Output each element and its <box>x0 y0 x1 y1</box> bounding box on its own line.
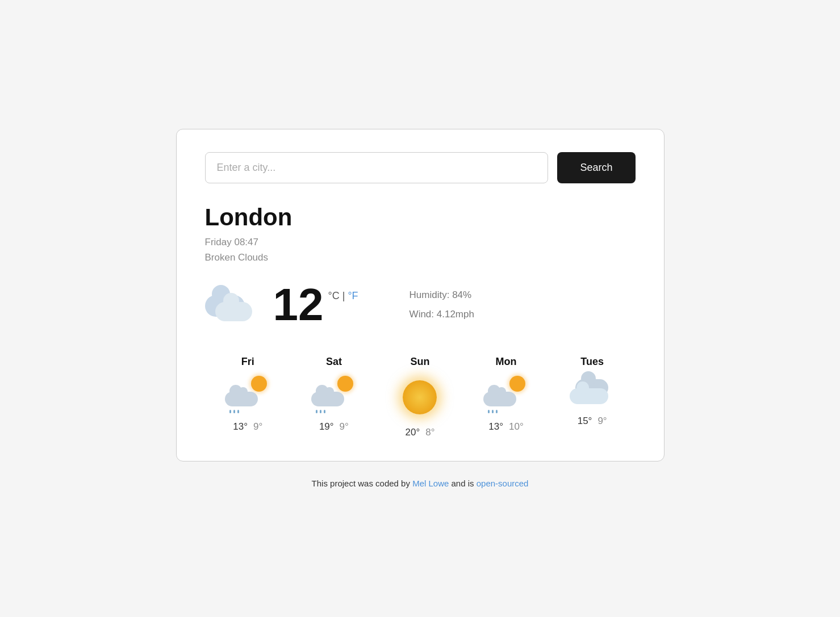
rain <box>316 410 325 413</box>
footer-text-before: This project was coded by <box>312 479 413 488</box>
unit-separator: | <box>342 290 348 301</box>
temp-high: 15° <box>578 415 592 427</box>
search-row: Search <box>205 152 636 183</box>
weather-stats: Humidity: 84% Wind: 4.12mph <box>409 286 474 324</box>
cloud-front <box>215 302 252 321</box>
forecast-day-sun: Sun 20° 8° <box>397 356 442 438</box>
cloud <box>483 392 516 406</box>
temperature-block: 12 °C | °F <box>273 282 358 328</box>
weather-card: Search London Friday 08:47 Broken Clouds… <box>176 129 665 461</box>
temperature-units: °C | °F <box>328 290 358 302</box>
forecast-temps-sun: 20° 8° <box>405 427 434 438</box>
opensource-link[interactable]: open-sourced <box>477 479 529 488</box>
forecast-day-name: Sat <box>326 356 342 368</box>
forecast-row: Fri 13° 9° Sat <box>205 356 636 438</box>
temp-low: 8° <box>425 427 434 438</box>
footer-text-middle: and is <box>452 479 477 488</box>
search-button[interactable]: Search <box>557 152 635 183</box>
rain <box>488 410 498 413</box>
forecast-icon-sat <box>311 375 357 414</box>
forecast-temps-mon: 13° 10° <box>488 421 523 433</box>
current-weather: 12 °C | °F Humidity: 84% Wind: 4.12mph <box>205 282 636 328</box>
rain <box>229 410 239 413</box>
sun <box>337 376 353 392</box>
forecast-day-name: Fri <box>241 356 254 368</box>
temp-high: 20° <box>405 427 420 438</box>
cloud <box>311 392 344 406</box>
forecast-icon-sun <box>397 375 442 420</box>
wind-label: Wind: 4.12mph <box>409 305 474 324</box>
temp-high: 19° <box>319 421 334 433</box>
forecast-day-tues: Tues 15° 9° <box>570 356 615 438</box>
current-weather-icon <box>205 285 256 325</box>
forecast-icon-fri <box>225 375 270 414</box>
temp-high: 13° <box>233 421 248 433</box>
temp-high: 13° <box>488 421 503 433</box>
temperature-value: 12 <box>273 282 324 328</box>
forecast-day-mon: Mon 13° 10° <box>483 356 529 438</box>
temp-low: 9° <box>597 415 607 427</box>
city-datetime: Friday 08:47 <box>205 237 259 247</box>
city-search-input[interactable] <box>205 152 549 183</box>
cloud <box>225 392 258 406</box>
forecast-temps-sat: 19° 9° <box>319 421 349 433</box>
city-meta: Friday 08:47 Broken Clouds <box>205 234 636 265</box>
cloud-front <box>570 388 608 404</box>
forecast-icon-tues <box>570 375 615 409</box>
footer: This project was coded by Mel Lowe and i… <box>312 479 529 488</box>
forecast-temps-tues: 15° 9° <box>578 415 607 427</box>
forecast-temps-fri: 13° 9° <box>233 421 262 433</box>
forecast-day-fri: Fri 13° 9° <box>225 356 270 438</box>
temp-low: 9° <box>253 421 262 433</box>
forecast-day-name: Sun <box>410 356 429 368</box>
unit-fahrenheit-link[interactable]: °F <box>348 290 358 301</box>
sun <box>251 376 267 392</box>
unit-celsius: °C <box>328 290 339 301</box>
sun <box>509 376 525 392</box>
forecast-icon-mon <box>483 375 529 414</box>
city-condition: Broken Clouds <box>205 252 269 263</box>
sun-icon <box>403 380 437 414</box>
forecast-day-name: Mon <box>496 356 517 368</box>
forecast-day-sat: Sat 19° 9° <box>311 356 357 438</box>
forecast-day-name: Tues <box>580 356 604 368</box>
humidity-label: Humidity: 84% <box>409 286 474 305</box>
temp-low: 9° <box>340 421 349 433</box>
temp-low: 10° <box>509 421 524 433</box>
author-link[interactable]: Mel Lowe <box>412 479 449 488</box>
city-name: London <box>205 204 636 231</box>
